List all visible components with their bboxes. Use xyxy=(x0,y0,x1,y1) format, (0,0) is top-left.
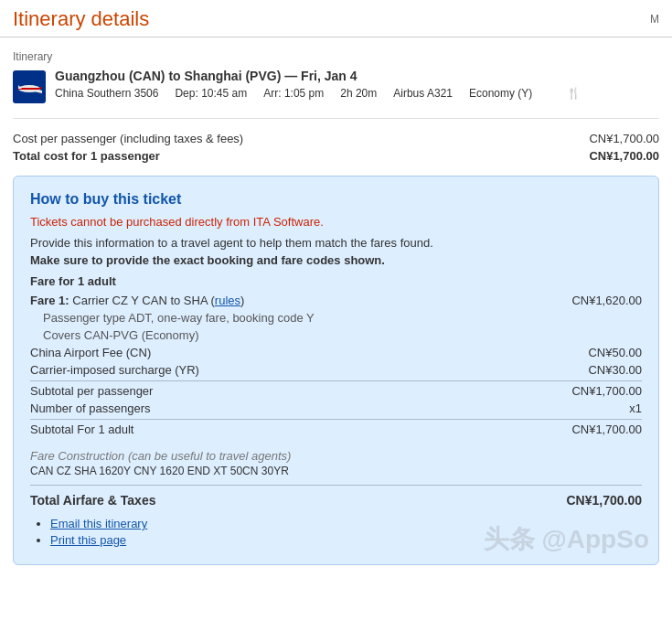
num-pax-value: x1 xyxy=(629,401,642,415)
subtotal-per-pax-row: Subtotal per passenger CN¥1,700.00 xyxy=(30,380,642,400)
surcharge-value: CN¥30.00 xyxy=(588,363,642,377)
subtotal-adult-row: Subtotal For 1 adult CN¥1,700.00 xyxy=(30,419,642,438)
info-text-1: Provide this information to a travel age… xyxy=(30,236,642,250)
subtotal-per-pax-label: Subtotal per passenger xyxy=(30,384,153,398)
links-section: Email this itinerary Print this page xyxy=(30,517,642,547)
fare-construction-code: CAN CZ SHA 1620Y CNY 1620 END XT 50CN 30… xyxy=(30,465,642,477)
fare1-sub1: Passenger type ADT, one-way fare, bookin… xyxy=(30,309,642,326)
fare1-row: Fare 1: Carrier CZ Y CAN to SHA (rules) … xyxy=(30,292,642,309)
airport-fee-row: China Airport Fee (CN) CN¥50.00 xyxy=(30,344,642,361)
aircraft: Airbus A321 xyxy=(393,87,453,100)
total-cost-row: Total cost for 1 passenger CN¥1,700.00 xyxy=(13,149,659,163)
flight-row: Guangzhou (CAN) to Shanghai (PVG) — Fri,… xyxy=(13,69,659,103)
info-text-2: Make sure to provide the exact booking a… xyxy=(30,253,642,267)
subtotal-adult-value: CN¥1,700.00 xyxy=(571,423,642,436)
surcharge-row: Carrier-imposed surcharge (YR) CN¥30.00 xyxy=(30,361,642,379)
cost-per-passenger-row: Cost per passenger (including taxes & fe… xyxy=(13,132,659,145)
flight-details: China Southern 3506 Dep: 10:45 am Arr: 1… xyxy=(55,87,659,100)
cost-per-passenger-value: CN¥1,700.00 xyxy=(589,132,659,145)
fare1-label: Fare 1: Carrier CZ Y CAN to SHA (rules) xyxy=(30,294,244,307)
total-cost-value: CN¥1,700.00 xyxy=(589,149,659,163)
total-airfare-row: Total Airfare & Taxes CN¥1,700.00 xyxy=(30,485,642,508)
fare-table: Fare 1: Carrier CZ Y CAN to SHA (rules) … xyxy=(30,292,642,438)
airport-fee-label: China Airport Fee (CN) xyxy=(30,346,151,359)
total-airfare-label: Total Airfare & Taxes xyxy=(30,493,155,508)
airport-fee-value: CN¥50.00 xyxy=(588,346,642,359)
cabin-class: Economy (Y) xyxy=(469,87,532,100)
fare-construction: Fare Construction (can be useful to trav… xyxy=(30,449,642,477)
main-content: Itinerary xyxy=(0,37,672,578)
total-airfare-value: CN¥1,700.00 xyxy=(566,493,642,508)
surcharge-label: Carrier-imposed surcharge (YR) xyxy=(30,363,199,377)
fare-construction-title: Fare Construction (can be useful to trav… xyxy=(30,449,642,463)
how-to-buy-title: How to buy this ticket xyxy=(30,191,642,208)
warning-text: Tickets cannot be purchased directly fro… xyxy=(30,215,642,229)
duration: 2h 20m xyxy=(340,87,377,100)
flight-info: Guangzhou (CAN) to Shanghai (PVG) — Fri,… xyxy=(55,69,659,100)
print-page-item: Print this page xyxy=(50,533,642,547)
itinerary-label: Itinerary xyxy=(13,50,659,63)
num-pax-row: Number of passengers x1 xyxy=(30,400,642,417)
header-right: M xyxy=(650,13,659,26)
subtotal-adult-label: Subtotal For 1 adult xyxy=(30,423,133,436)
email-itinerary-item: Email this itinerary xyxy=(50,517,642,530)
email-itinerary-link[interactable]: Email this itinerary xyxy=(50,517,147,530)
airline-logo xyxy=(13,70,46,103)
how-to-buy-box: How to buy this ticket Tickets cannot be… xyxy=(13,176,659,565)
arr-time: Arr: 1:05 pm xyxy=(263,87,324,100)
airline-flight: China Southern 3506 xyxy=(55,87,158,100)
subtotal-per-pax-value: CN¥1,700.00 xyxy=(571,384,642,398)
cost-section: Cost per passenger (including taxes & fe… xyxy=(13,118,659,163)
flight-route: Guangzhou (CAN) to Shanghai (PVG) — Fri,… xyxy=(55,69,659,83)
fare-rules-link[interactable]: rules xyxy=(215,294,240,307)
print-page-link[interactable]: Print this page xyxy=(50,533,126,547)
fare1-sub2: Covers CAN-PVG (Economy) xyxy=(30,326,642,344)
num-pax-label: Number of passengers xyxy=(30,401,151,415)
cost-per-passenger-label: Cost per passenger (including taxes & fe… xyxy=(13,132,243,145)
fare1-value: CN¥1,620.00 xyxy=(571,294,642,307)
total-cost-label: Total cost for 1 passenger xyxy=(13,149,160,163)
page-title: Itinerary details xyxy=(13,7,149,31)
dep-time: Dep: 10:45 am xyxy=(175,87,247,100)
page-header: Itinerary details M xyxy=(0,0,672,37)
fare-for-adult-label: Fare for 1 adult xyxy=(30,274,642,288)
meal-icon: 🍴 xyxy=(567,87,581,100)
